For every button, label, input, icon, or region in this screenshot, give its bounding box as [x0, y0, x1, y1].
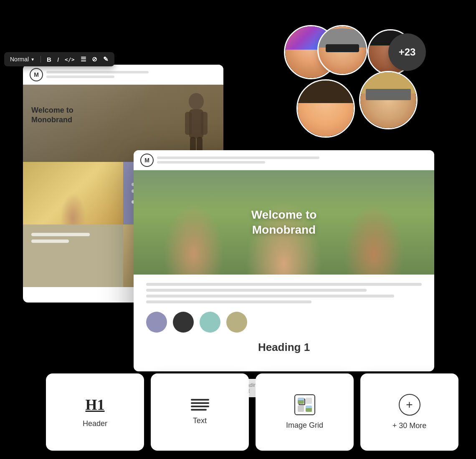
editor-header: M — [23, 65, 223, 85]
highlight-button[interactable]: ✎ — [103, 55, 109, 63]
svg-point-0 — [189, 93, 204, 110]
img-grid-cell — [298, 398, 304, 404]
avatar-group: +23 — [284, 25, 426, 171]
h1-icon: H1 — [85, 396, 104, 414]
swatch-teal[interactable] — [200, 312, 220, 333]
main-content: Heading 1 — [134, 275, 434, 362]
plus-circle-icon: + — [399, 394, 420, 416]
avatar — [359, 71, 418, 129]
text-card[interactable]: Text — [151, 373, 249, 451]
bold-button[interactable]: B — [47, 56, 51, 63]
italic-button[interactable]: I — [57, 56, 59, 63]
code-button[interactable]: </> — [65, 56, 74, 63]
grid-cell-field — [23, 162, 123, 224]
normal-label: Normal — [10, 56, 29, 63]
swatch-dark[interactable] — [173, 312, 194, 333]
svg-rect-2 — [185, 112, 192, 135]
text-align-icon — [191, 399, 209, 411]
ta-line — [191, 399, 209, 401]
editor-logo: M — [30, 68, 43, 81]
img-grid-inner — [298, 398, 312, 412]
ta-line — [191, 409, 207, 411]
card-text-line — [31, 240, 69, 243]
ta-line — [191, 402, 209, 404]
main-hero-image: Welcome toMonobrand — [134, 170, 434, 275]
content-line — [146, 300, 311, 303]
header-line — [46, 71, 149, 73]
heading-1-text: Heading 1 — [146, 341, 422, 354]
chevron-down-icon: ▼ — [30, 57, 35, 62]
bottom-cards: H1 Header Text Image Gri — [46, 373, 476, 451]
card-text-line — [31, 233, 90, 236]
avatar — [296, 79, 355, 138]
image-grid-card[interactable]: Image Grid — [256, 373, 354, 451]
image-grid-card-label: Image Grid — [286, 421, 323, 430]
swatch-purple[interactable] — [146, 312, 167, 333]
swatch-tan[interactable] — [226, 312, 247, 333]
main-logo: M — [140, 154, 154, 167]
toolbar-normal-select[interactable]: Normal ▼ — [10, 56, 35, 63]
toolbar-divider — [41, 56, 41, 63]
text-card-label: Text — [193, 416, 207, 425]
content-lines — [146, 283, 422, 303]
header-card[interactable]: H1 Header — [46, 373, 144, 451]
main-hero-text: Welcome toMonobrand — [251, 207, 317, 238]
content-line — [146, 295, 394, 298]
header-line — [46, 76, 114, 78]
image-grid-icon — [294, 394, 315, 415]
more-card[interactable]: + + 30 More — [360, 373, 458, 451]
header-card-label: Header — [83, 419, 107, 428]
scene: M Welcome toMonobrand — [0, 0, 476, 459]
img-grid-cell — [306, 406, 312, 412]
img-grid-cell — [306, 398, 312, 404]
editor-hero-text: Welcome toMonobrand — [31, 106, 73, 125]
content-line — [146, 289, 367, 292]
editor-toolbar: Normal ▼ B I </> ☰ ⊘ ✎ — [4, 52, 114, 66]
more-card-label: + 30 More — [392, 421, 427, 430]
color-swatches — [146, 312, 422, 333]
svg-rect-3 — [201, 112, 208, 135]
img-grid-cell — [298, 406, 304, 412]
main-window: M Welcome toMonobrand Heading — [134, 150, 434, 371]
editor-header-lines — [46, 71, 217, 78]
ta-line — [191, 406, 209, 407]
link-button[interactable]: ⊘ — [92, 55, 97, 63]
field-woman-photo — [23, 162, 123, 224]
grid-cell-tan — [23, 224, 123, 287]
avatar — [317, 25, 367, 75]
avatar-count-badge: +23 — [388, 33, 426, 71]
content-line — [146, 283, 422, 286]
header-line — [157, 161, 265, 164]
list-button[interactable]: ☰ — [81, 55, 86, 63]
